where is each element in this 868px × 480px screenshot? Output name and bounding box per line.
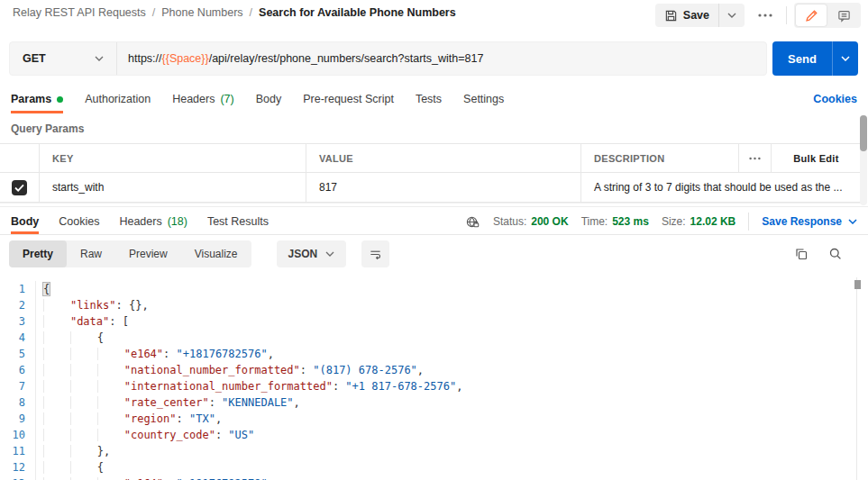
tab-label: Test Results bbox=[207, 215, 269, 228]
params-more-button[interactable] bbox=[738, 144, 771, 172]
size-value: 12.02 KB bbox=[690, 215, 736, 228]
status-divider bbox=[748, 213, 749, 231]
tab-headers[interactable]: Headers(7) bbox=[172, 85, 234, 113]
code-line: 11 }, bbox=[0, 443, 855, 459]
search-button[interactable] bbox=[828, 247, 843, 261]
code-line: 3 "data": [ bbox=[0, 313, 855, 330]
mode-visualize[interactable]: Visualize bbox=[181, 240, 251, 267]
send-button[interactable]: Send bbox=[772, 41, 832, 76]
tab-label: Body bbox=[256, 93, 282, 105]
param-key[interactable]: starts_with bbox=[40, 173, 306, 202]
params-header-row: KEY VALUE DESCRIPTION Bulk Edit bbox=[0, 143, 861, 172]
mode-raw[interactable]: Raw bbox=[67, 240, 115, 267]
tab-label: Tests bbox=[416, 93, 442, 105]
more-horizontal-icon bbox=[749, 157, 761, 160]
code-text: "national_number_formatted": "(817) 678-… bbox=[36, 364, 424, 376]
method-select[interactable]: GET bbox=[10, 42, 116, 75]
url-container: GET https://{{Space}}/api/relay/rest/pho… bbox=[9, 41, 767, 76]
code-line: 9 "region": "TX", bbox=[0, 411, 855, 427]
tab-settings[interactable]: Settings bbox=[463, 85, 504, 113]
tab-label: Cookies bbox=[59, 215, 99, 228]
mode-preview[interactable]: Preview bbox=[115, 240, 181, 267]
comments-button[interactable] bbox=[828, 5, 859, 26]
url-suffix: /api/relay/rest/phone_numbers/search?sta… bbox=[209, 52, 484, 65]
section-divider bbox=[0, 206, 868, 207]
tab-pre-request-script[interactable]: Pre-request Script bbox=[303, 85, 394, 113]
tab-tests[interactable]: Tests bbox=[416, 85, 442, 113]
code-line: 13 "e164": "+18176782578", bbox=[0, 475, 855, 480]
line-number: 13 bbox=[0, 475, 36, 480]
params-active-dot-icon bbox=[57, 96, 63, 103]
more-horizontal-icon bbox=[758, 14, 772, 17]
tab-body[interactable]: Body bbox=[256, 85, 282, 113]
wrap-lines-button[interactable] bbox=[361, 240, 389, 267]
line-number: 7 bbox=[0, 378, 36, 394]
line-number: 11 bbox=[0, 443, 36, 459]
format-select[interactable]: JSON bbox=[277, 240, 347, 267]
app-window: Relay REST API Requests/Phone Numbers/Se… bbox=[0, 0, 868, 480]
url-input[interactable]: https://{{Space}}/api/relay/rest/phone_n… bbox=[117, 52, 494, 65]
viewer-toolbar: PrettyRawPreviewVisualize JSON bbox=[9, 240, 859, 268]
edit-mode-button[interactable] bbox=[796, 5, 827, 26]
page-scrollbar-thumb[interactable] bbox=[860, 115, 867, 151]
tab-authorization[interactable]: Authorization bbox=[85, 85, 151, 113]
viewer-mode-tabs: PrettyRawPreviewVisualize bbox=[9, 240, 251, 267]
breadcrumb-item-search-for-available-phone-numbers[interactable]: Search for Available Phone Numbers bbox=[259, 6, 456, 19]
response-tab-test-results[interactable]: Test Results bbox=[207, 209, 269, 234]
row-checkbox[interactable] bbox=[12, 180, 27, 195]
request-url-row: GET https://{{Space}}/api/relay/rest/pho… bbox=[9, 41, 858, 76]
tab-label: Params bbox=[11, 93, 51, 105]
code-text: { bbox=[36, 461, 104, 474]
breadcrumb-item-phone-numbers[interactable]: Phone Numbers bbox=[161, 6, 242, 19]
column-header-key: KEY bbox=[40, 144, 306, 172]
response-tab-body[interactable]: Body bbox=[11, 209, 39, 234]
cookies-link[interactable]: Cookies bbox=[813, 93, 857, 105]
status-label: Status: bbox=[493, 215, 526, 228]
response-body-viewer[interactable]: 1{2 "links": {},3 "data": [4 {5 "e164": … bbox=[0, 276, 855, 480]
breadcrumb-separator: / bbox=[250, 6, 252, 19]
send-split-button: Send bbox=[772, 41, 858, 76]
params-next-row-hint bbox=[0, 203, 861, 204]
save-icon bbox=[664, 9, 678, 23]
copy-button[interactable] bbox=[794, 247, 809, 261]
mode-pretty[interactable]: Pretty bbox=[9, 240, 67, 267]
save-button[interactable]: Save bbox=[655, 9, 718, 23]
code-line: 6 "national_number_formatted": "(817) 67… bbox=[0, 362, 855, 378]
code-line: 1{ bbox=[0, 281, 855, 297]
breadcrumb-item-relay-rest-api-requests[interactable]: Relay REST API Requests bbox=[13, 6, 146, 19]
time-value: 523 ms bbox=[612, 215, 649, 228]
response-scrollbar-thumb[interactable] bbox=[854, 280, 861, 289]
code-line: 12 { bbox=[0, 459, 855, 475]
tab-params[interactable]: Params bbox=[11, 85, 63, 113]
tab-label: Headers bbox=[172, 93, 215, 105]
param-description[interactable]: A string of 3 to 7 digits that should be… bbox=[581, 173, 861, 202]
request-tabs: ParamsAuthorizationHeaders(7)BodyPre-req… bbox=[11, 85, 857, 113]
breadcrumb-separator: / bbox=[152, 6, 155, 19]
globe-lock-icon[interactable] bbox=[465, 214, 480, 230]
response-scrollbar-track bbox=[856, 277, 857, 480]
more-actions-button[interactable] bbox=[752, 4, 779, 27]
save-response-button[interactable]: Save Response bbox=[762, 215, 857, 228]
line-number: 2 bbox=[0, 297, 36, 313]
code-text: "e164": "+18176782576", bbox=[36, 348, 274, 360]
code-line: 7 "international_number_formatted": "+1 … bbox=[0, 378, 855, 394]
code-text: "rate_center": "KENNEDALE", bbox=[36, 396, 300, 409]
header-actions: Save bbox=[655, 3, 861, 28]
viewer-right-actions bbox=[794, 247, 859, 261]
code-text: "country_code": "US" bbox=[36, 429, 254, 441]
response-tab-headers[interactable]: Headers(18) bbox=[119, 209, 187, 234]
response-tab-cookies[interactable]: Cookies bbox=[59, 209, 99, 234]
tab-count-badge: (7) bbox=[220, 93, 233, 105]
tab-label: Body bbox=[11, 215, 39, 228]
line-number: 1 bbox=[0, 281, 36, 297]
tab-label: Settings bbox=[463, 93, 504, 105]
time-label: Time: bbox=[581, 215, 608, 228]
save-menu-button[interactable] bbox=[718, 4, 745, 27]
send-menu-button[interactable] bbox=[832, 41, 858, 76]
request-tab-list: ParamsAuthorizationHeaders(7)BodyPre-req… bbox=[11, 85, 525, 113]
param-value[interactable]: 817 bbox=[306, 173, 581, 202]
response-tabs: BodyCookiesHeaders(18)Test Results Statu… bbox=[11, 209, 857, 234]
code-line: 10 "country_code": "US" bbox=[0, 427, 855, 443]
bulk-edit-button[interactable]: Bulk Edit bbox=[771, 144, 861, 172]
header-bar: Relay REST API Requests/Phone Numbers/Se… bbox=[0, 0, 868, 27]
